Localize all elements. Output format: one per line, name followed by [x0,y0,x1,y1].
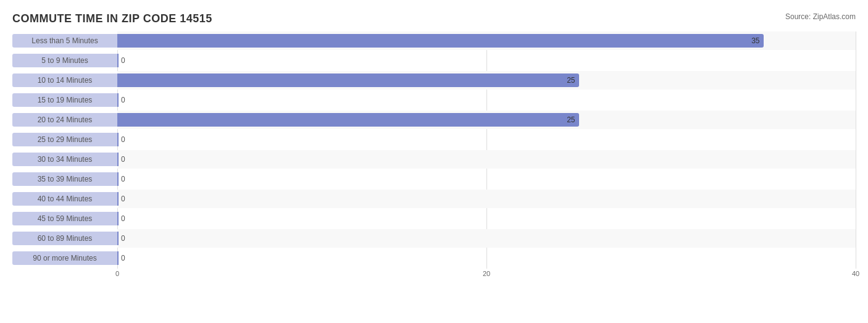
bar-wrapper: 0 [117,232,856,245]
zero-value-label: 0 [121,155,125,164]
zero-bar [117,133,119,146]
x-tick-label: 20 [483,270,490,277]
table-row: 30 to 34 Minutes0 [12,150,856,169]
zero-value-label: 0 [121,254,125,262]
bar-fill: 35 [117,34,764,48]
table-row: 15 to 19 Minutes0 [12,91,856,109]
grid-line [856,31,856,269]
bar-label: 10 to 14 Minutes [12,73,117,87]
table-row: 45 to 59 Minutes0 [12,209,856,228]
page-container: COMMUTE TIME IN ZIP CODE 14515 Source: Z… [0,0,868,323]
bar-label: 30 to 34 Minutes [12,153,117,166]
zero-value-label: 0 [121,96,125,104]
zero-bar [117,93,119,107]
bar-fill: 25 [117,73,579,87]
zero-value-label: 0 [121,175,125,183]
zero-value-label: 0 [121,135,125,144]
chart-title: COMMUTE TIME IN ZIP CODE 14515 [12,12,856,25]
zero-bar [117,212,119,225]
table-row: 60 to 89 Minutes0 [12,229,856,248]
bar-label: 35 to 39 Minutes [12,172,117,186]
chart-rows: Less than 5 Minutes355 to 9 Minutes010 t… [12,31,856,267]
bar-label: 25 to 29 Minutes [12,133,117,146]
zero-value-label: 0 [121,195,125,203]
table-row: Less than 5 Minutes35 [12,31,856,50]
zero-bar [117,232,119,245]
x-tick-label: 40 [852,270,859,277]
table-row: 5 to 9 Minutes0 [12,51,856,70]
bar-label: 5 to 9 Minutes [12,54,117,67]
source-label: Source: ZipAtlas.com [785,12,856,21]
table-row: 20 to 24 Minutes25 [12,111,856,129]
zero-bar [117,54,119,67]
zero-bar [117,192,119,206]
bar-wrapper: 0 [117,93,856,107]
bar-wrapper: 0 [117,192,856,206]
bar-value: 35 [751,36,759,45]
table-row: 40 to 44 Minutes0 [12,190,856,208]
zero-bar [117,251,119,265]
bar-wrapper: 25 [117,113,856,127]
table-row: 90 or more Minutes0 [12,249,856,267]
x-tick-label: 0 [115,270,119,277]
bar-label: 90 or more Minutes [12,251,117,265]
bar-wrapper: 25 [117,73,856,87]
bar-wrapper: 0 [117,54,856,67]
bar-wrapper: 0 [117,251,856,265]
zero-value-label: 0 [121,214,125,223]
bar-value: 25 [567,76,575,85]
bar-wrapper: 0 [117,153,856,166]
bar-label: Less than 5 Minutes [12,34,117,48]
zero-value-label: 0 [121,234,125,243]
bar-wrapper: 0 [117,133,856,146]
bar-wrapper: 35 [117,34,856,48]
bar-label: 20 to 24 Minutes [12,113,117,127]
bar-label: 15 to 19 Minutes [12,93,117,107]
bar-label: 40 to 44 Minutes [12,192,117,206]
table-row: 25 to 29 Minutes0 [12,130,856,149]
bar-value: 25 [567,115,575,124]
bar-wrapper: 0 [117,212,856,225]
zero-bar [117,153,119,166]
bar-label: 45 to 59 Minutes [12,212,117,225]
bar-fill: 25 [117,113,579,127]
zero-value-label: 0 [121,56,125,65]
table-row: 35 to 39 Minutes0 [12,170,856,188]
bar-label: 60 to 89 Minutes [12,232,117,245]
table-row: 10 to 14 Minutes25 [12,71,856,90]
zero-bar [117,172,119,186]
chart-area: Less than 5 Minutes355 to 9 Minutes010 t… [12,31,856,297]
x-axis: 02040 [117,270,856,288]
bar-wrapper: 0 [117,172,856,186]
